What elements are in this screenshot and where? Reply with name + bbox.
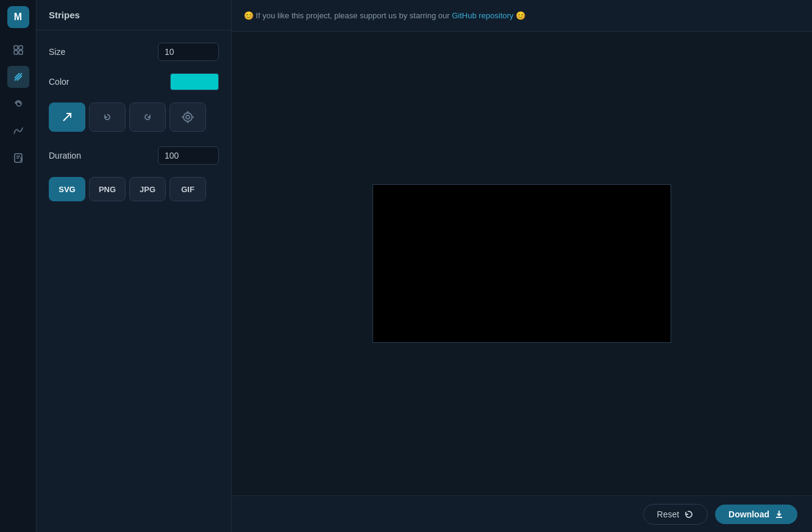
anim-btn-ccw[interactable] <box>89 102 126 132</box>
fmt-btn-png[interactable]: PNG <box>89 177 126 201</box>
svg-rect-0 <box>14 46 18 49</box>
svg-point-9 <box>183 113 192 121</box>
sidebar: M <box>0 0 37 532</box>
size-label: Size <box>49 47 65 57</box>
reset-icon <box>684 509 694 519</box>
animation-buttons <box>49 102 219 132</box>
format-buttons: SVG PNG JPG GIF <box>49 177 219 201</box>
sidebar-icon-stripes[interactable] <box>7 66 29 88</box>
duration-label: Duration <box>49 151 81 160</box>
color-field-row: Color <box>49 73 219 90</box>
anim-btn-cw[interactable] <box>129 102 166 132</box>
svg-line-8 <box>63 113 71 121</box>
bottom-bar: Reset Download <box>232 495 812 532</box>
github-link[interactable]: GitHub repository <box>452 11 513 20</box>
sidebar-icon-spiral[interactable] <box>7 93 29 115</box>
fmt-btn-jpg[interactable]: JPG <box>129 177 166 201</box>
svg-point-10 <box>186 115 190 119</box>
size-field-row: Size <box>49 43 219 61</box>
canvas-area <box>232 32 812 495</box>
main-content: 😊 If you like this project, please suppo… <box>232 0 812 532</box>
sidebar-icon-export[interactable] <box>7 146 29 168</box>
topbar-message: 😊 If you like this project, please suppo… <box>244 11 525 20</box>
topbar: 😊 If you like this project, please suppo… <box>232 0 812 32</box>
download-button[interactable]: Download <box>715 505 797 524</box>
settings-panel: Stripes Size Color <box>37 0 232 532</box>
reset-button[interactable]: Reset <box>643 504 708 525</box>
svg-rect-1 <box>19 46 23 49</box>
svg-rect-2 <box>14 51 18 54</box>
canvas-preview <box>372 184 671 343</box>
color-swatch[interactable] <box>170 73 219 90</box>
sidebar-icon-ease[interactable] <box>7 120 29 142</box>
anim-btn-arrow[interactable] <box>49 102 85 132</box>
download-icon <box>774 509 784 519</box>
panel-title: Stripes <box>37 0 231 31</box>
color-label: Color <box>49 77 69 87</box>
size-input[interactable] <box>158 43 219 61</box>
svg-rect-3 <box>19 51 23 54</box>
duration-input[interactable] <box>158 146 219 165</box>
fmt-btn-svg[interactable]: SVG <box>49 177 85 201</box>
duration-field-row: Duration <box>49 146 219 165</box>
fmt-btn-gif[interactable]: GIF <box>169 177 206 201</box>
app-logo[interactable]: M <box>7 6 29 28</box>
sidebar-icon-transform[interactable] <box>7 39 29 61</box>
anim-btn-radial[interactable] <box>169 102 206 132</box>
